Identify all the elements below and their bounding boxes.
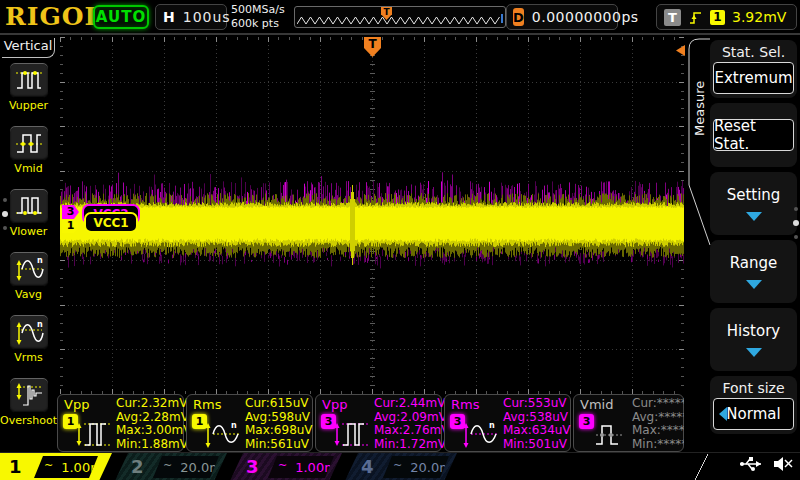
coupling-ac-icon: ~ — [278, 459, 287, 472]
trigger-level-value: 3.92mV — [732, 9, 786, 25]
left-measure-menu: Vertical Vupper Vmid — [0, 35, 57, 452]
waveform-preview[interactable]: T — [294, 6, 506, 28]
chevron-down-icon — [746, 280, 762, 289]
delay-icon: D — [513, 8, 524, 26]
channel4-scale: 20.0mV — [410, 460, 461, 475]
delay-block[interactable]: D 0.00000000ps — [506, 4, 618, 30]
coupling-ac-icon: ~ — [44, 459, 53, 472]
svg-text:n: n — [37, 320, 43, 329]
menu-item-vupper[interactable]: Vupper — [0, 58, 57, 121]
measurement-panel[interactable]: Vpp 1 Cur:2.32mV Avg:2.28mV Max:3.00mV M… — [57, 394, 184, 452]
channel1-status[interactable]: 1 ~ 1.00mV — [0, 453, 112, 480]
menu-item-font-size[interactable]: Font size Normal — [710, 376, 797, 434]
measurement-panel[interactable]: Vpp 3 Cur:2.44mV Avg:2.09mV Max:2.76mV M… — [315, 394, 442, 452]
delay-value: 0.00000000ps — [532, 9, 639, 25]
chevron-down-icon — [746, 348, 762, 357]
channel3-scale: 1.00mV — [295, 460, 346, 475]
vmid-icon — [588, 419, 628, 449]
preview-window-cursor — [501, 14, 503, 23]
vavg-icon: n — [9, 251, 49, 287]
chevron-left-icon — [719, 407, 727, 421]
channel4-status[interactable]: 4 ~ 20.0mV — [345, 453, 457, 480]
left-menu-title: Vertical — [2, 38, 55, 58]
menu-item-overshoot[interactable]: Overshoot — [0, 373, 57, 436]
timebase-label: H — [163, 9, 175, 25]
measurement-panel[interactable]: Rms 3 n Cur:553uV Avg:538uV Max:634uV Mi… — [444, 394, 571, 452]
coupling-ac-icon: ~ — [163, 459, 172, 472]
trigger-block[interactable]: T 1 3.92mV — [656, 4, 797, 30]
vrms-icon: n — [9, 314, 49, 350]
menu-item-vrms[interactable]: n Vrms — [0, 310, 57, 373]
waveform-canvas — [60, 37, 684, 394]
oscilloscope-screen: RIGOL AUTO H 100us 500MSa/s 600k pts T D… — [0, 0, 800, 480]
measurement-panel[interactable]: Rms 1 n Cur:615uV Avg:598uV Max:698uV Mi… — [186, 394, 313, 452]
menu-item-setting[interactable]: Setting — [710, 172, 797, 235]
stat-sel-button[interactable]: Extremum — [713, 62, 794, 94]
acquisition-info: 500MSa/s 600k pts — [231, 3, 285, 31]
menu-item-vavg[interactable]: n Vavg — [0, 247, 57, 310]
chevron-down-icon — [746, 212, 762, 221]
svg-text:n: n — [231, 421, 237, 430]
reset-stat-button[interactable]: Reset Stat. — [713, 119, 794, 151]
top-status-bar: RIGOL AUTO H 100us 500MSa/s 600k pts T D… — [0, 0, 800, 35]
font-size-button[interactable]: Normal — [713, 398, 794, 430]
channel2-scale: 20.0mV — [180, 460, 231, 475]
menu-item-history[interactable]: History — [710, 308, 797, 371]
preview-wave-icon — [297, 15, 503, 27]
vpp-icon — [330, 419, 370, 449]
sample-rate: 500MSa/s — [231, 3, 285, 17]
menu-item-stat-sel[interactable]: Stat. Sel. Extremum — [710, 40, 797, 98]
timebase-value: 100us — [183, 9, 231, 25]
measurement-panel[interactable]: Vmid 3 Cur:***** Avg:***** Max:***** Min… — [573, 394, 684, 452]
rigol-logo: RIGOL — [5, 2, 103, 31]
vmid-icon — [9, 125, 49, 161]
usb-icon — [738, 455, 764, 473]
menu-item-reset-stat[interactable]: Reset Stat. — [710, 103, 797, 167]
vlower-icon — [9, 188, 49, 224]
rms-icon: n — [459, 419, 499, 449]
menu-item-vmid[interactable]: Vmid — [0, 121, 57, 184]
vupper-icon — [9, 62, 49, 98]
left-menu-page-dots — [1, 198, 9, 230]
timebase-block[interactable]: H 100us — [155, 4, 227, 30]
overshoot-icon — [9, 377, 49, 413]
memory-depth: 600k pts — [231, 17, 285, 31]
vpp-icon — [72, 419, 112, 449]
channel2-status[interactable]: 2 ~ 20.0mV — [115, 453, 227, 480]
waveform-display: T 3 1 VCC2 VCC1 — [60, 37, 684, 394]
status-divider — [694, 453, 708, 480]
run-mode-badge[interactable]: AUTO — [93, 5, 149, 29]
coupling-ac-icon: ~ — [393, 459, 402, 472]
channel-status-bar: 1 ~ 1.00mV 2 ~ 20.0mV 3 ~ 1.00mV 4 ~ 20 — [0, 452, 800, 480]
trigger-label: T — [664, 9, 681, 26]
measurement-panels: Vpp 1 Cur:2.32mV Avg:2.28mV Max:3.00mV M… — [57, 394, 684, 452]
trigger-source-badge: 1 — [710, 10, 725, 25]
right-menu-page-dots — [793, 207, 799, 239]
svg-text:n: n — [37, 256, 43, 265]
right-softkey-menu: Measure Stat. Sel. Extremum Reset Stat. … — [684, 35, 800, 452]
speaker-muted-icon — [772, 455, 794, 473]
rising-edge-icon — [688, 9, 703, 26]
channel3-status[interactable]: 3 ~ 1.00mV — [230, 453, 342, 480]
rms-icon: n — [201, 419, 241, 449]
channel1-scale: 1.00mV — [61, 460, 112, 475]
svg-text:n: n — [489, 421, 495, 430]
signal-label-vcc1[interactable]: VCC1 — [84, 212, 138, 233]
menu-item-range[interactable]: Range — [710, 240, 797, 303]
measure-tab[interactable]: Measure — [692, 43, 712, 173]
